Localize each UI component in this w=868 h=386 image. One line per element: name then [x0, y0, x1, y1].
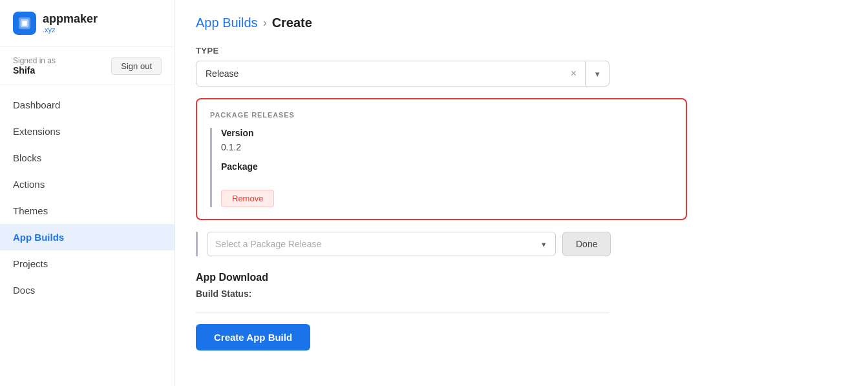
user-section: Signed in as Shifa Sign out	[0, 47, 175, 85]
sidebar-item-actions[interactable]: Actions	[0, 171, 175, 198]
breadcrumb: App Builds › Create	[196, 15, 847, 30]
type-select[interactable]: Release × ▾	[196, 61, 609, 86]
username: Shifa	[13, 65, 56, 76]
package-releases-box: PACKAGE RELEASES Version 0.1.2 Package R…	[196, 98, 687, 220]
type-selected-value: Release	[196, 68, 562, 79]
select-release-row: Select a Package Release ▾ Done	[196, 232, 847, 256]
type-clear-icon[interactable]: ×	[562, 61, 586, 86]
build-status-label: Build Status:	[196, 289, 251, 299]
select-release-placeholder: Select a Package Release	[207, 239, 532, 249]
divider	[196, 312, 609, 312]
sidebar-item-app-builds[interactable]: App Builds	[0, 224, 175, 250]
sidebar: appmaker .xyz Signed in as Shifa Sign ou…	[0, 0, 175, 386]
breadcrumb-separator: ›	[263, 16, 267, 30]
type-chevron-icon[interactable]: ▾	[586, 61, 609, 86]
package-releases-title: PACKAGE RELEASES	[210, 111, 673, 119]
sidebar-nav: Dashboard Extensions Blocks Actions Them…	[0, 85, 175, 386]
package-release-item: Version 0.1.2 Package Remove	[210, 128, 673, 207]
remove-button[interactable]: Remove	[221, 190, 274, 207]
breadcrumb-link[interactable]: App Builds	[196, 15, 258, 30]
done-button[interactable]: Done	[562, 232, 611, 256]
version-label: Version	[221, 128, 673, 138]
select-release-dropdown[interactable]: Select a Package Release ▾	[207, 232, 556, 256]
type-label: Type	[196, 46, 847, 56]
logo-icon	[13, 12, 36, 35]
logo-name: appmaker	[43, 13, 98, 26]
create-app-build-button[interactable]: Create App Build	[196, 324, 310, 350]
svg-rect-2	[22, 21, 26, 25]
package-label: Package	[221, 161, 673, 172]
app-download-title: App Download	[196, 272, 847, 283]
logo: appmaker .xyz	[0, 0, 175, 47]
sign-out-button[interactable]: Sign out	[111, 57, 162, 75]
sidebar-item-blocks[interactable]: Blocks	[0, 145, 175, 171]
logo-domain: .xyz	[43, 26, 98, 34]
sidebar-item-extensions[interactable]: Extensions	[0, 118, 175, 145]
signed-in-label: Signed in as	[13, 56, 56, 65]
sidebar-item-docs[interactable]: Docs	[0, 277, 175, 303]
main-content: App Builds › Create Type Release × ▾ PAC…	[175, 0, 868, 386]
sidebar-item-projects[interactable]: Projects	[0, 250, 175, 277]
build-status-row: Build Status:	[196, 289, 847, 299]
select-release-chevron-icon[interactable]: ▾	[532, 239, 555, 249]
version-value: 0.1.2	[221, 142, 673, 152]
sidebar-item-themes[interactable]: Themes	[0, 198, 175, 224]
breadcrumb-current: Create	[272, 15, 312, 30]
sidebar-item-dashboard[interactable]: Dashboard	[0, 92, 175, 118]
